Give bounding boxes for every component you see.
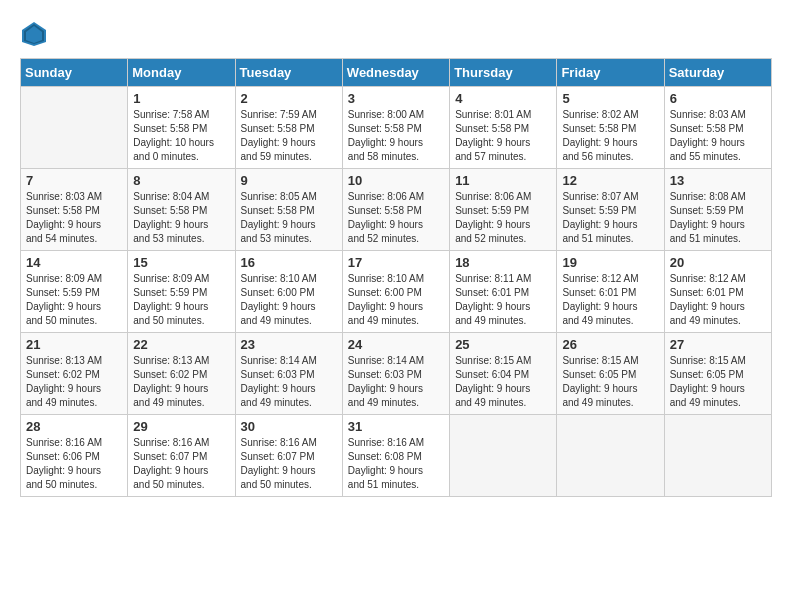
day-info: Sunrise: 8:03 AMSunset: 5:58 PMDaylight:… xyxy=(670,108,766,164)
day-number: 11 xyxy=(455,173,551,188)
day-info: Sunrise: 8:06 AMSunset: 5:59 PMDaylight:… xyxy=(455,190,551,246)
calendar-cell xyxy=(557,415,664,497)
day-number: 13 xyxy=(670,173,766,188)
weekday-header-row: SundayMondayTuesdayWednesdayThursdayFrid… xyxy=(21,59,772,87)
weekday-header-friday: Friday xyxy=(557,59,664,87)
calendar-cell: 20Sunrise: 8:12 AMSunset: 6:01 PMDayligh… xyxy=(664,251,771,333)
day-info: Sunrise: 8:11 AMSunset: 6:01 PMDaylight:… xyxy=(455,272,551,328)
calendar-cell: 10Sunrise: 8:06 AMSunset: 5:58 PMDayligh… xyxy=(342,169,449,251)
day-number: 26 xyxy=(562,337,658,352)
day-info: Sunrise: 8:16 AMSunset: 6:07 PMDaylight:… xyxy=(241,436,337,492)
calendar-cell: 25Sunrise: 8:15 AMSunset: 6:04 PMDayligh… xyxy=(450,333,557,415)
calendar-table: SundayMondayTuesdayWednesdayThursdayFrid… xyxy=(20,58,772,497)
calendar-cell: 28Sunrise: 8:16 AMSunset: 6:06 PMDayligh… xyxy=(21,415,128,497)
day-number: 25 xyxy=(455,337,551,352)
calendar-cell: 9Sunrise: 8:05 AMSunset: 5:58 PMDaylight… xyxy=(235,169,342,251)
day-info: Sunrise: 8:09 AMSunset: 5:59 PMDaylight:… xyxy=(133,272,229,328)
calendar-cell: 4Sunrise: 8:01 AMSunset: 5:58 PMDaylight… xyxy=(450,87,557,169)
calendar-cell: 26Sunrise: 8:15 AMSunset: 6:05 PMDayligh… xyxy=(557,333,664,415)
day-info: Sunrise: 8:04 AMSunset: 5:58 PMDaylight:… xyxy=(133,190,229,246)
calendar-cell: 12Sunrise: 8:07 AMSunset: 5:59 PMDayligh… xyxy=(557,169,664,251)
day-number: 1 xyxy=(133,91,229,106)
day-info: Sunrise: 7:59 AMSunset: 5:58 PMDaylight:… xyxy=(241,108,337,164)
day-info: Sunrise: 8:14 AMSunset: 6:03 PMDaylight:… xyxy=(241,354,337,410)
calendar-cell: 14Sunrise: 8:09 AMSunset: 5:59 PMDayligh… xyxy=(21,251,128,333)
calendar-cell: 23Sunrise: 8:14 AMSunset: 6:03 PMDayligh… xyxy=(235,333,342,415)
day-info: Sunrise: 8:09 AMSunset: 5:59 PMDaylight:… xyxy=(26,272,122,328)
weekday-header-sunday: Sunday xyxy=(21,59,128,87)
week-row-4: 28Sunrise: 8:16 AMSunset: 6:06 PMDayligh… xyxy=(21,415,772,497)
calendar-cell: 18Sunrise: 8:11 AMSunset: 6:01 PMDayligh… xyxy=(450,251,557,333)
day-info: Sunrise: 8:14 AMSunset: 6:03 PMDaylight:… xyxy=(348,354,444,410)
day-number: 3 xyxy=(348,91,444,106)
calendar-cell: 7Sunrise: 8:03 AMSunset: 5:58 PMDaylight… xyxy=(21,169,128,251)
weekday-header-monday: Monday xyxy=(128,59,235,87)
day-number: 12 xyxy=(562,173,658,188)
day-number: 21 xyxy=(26,337,122,352)
day-info: Sunrise: 8:16 AMSunset: 6:08 PMDaylight:… xyxy=(348,436,444,492)
calendar-cell: 13Sunrise: 8:08 AMSunset: 5:59 PMDayligh… xyxy=(664,169,771,251)
week-row-0: 1Sunrise: 7:58 AMSunset: 5:58 PMDaylight… xyxy=(21,87,772,169)
calendar-cell: 19Sunrise: 8:12 AMSunset: 6:01 PMDayligh… xyxy=(557,251,664,333)
day-info: Sunrise: 8:03 AMSunset: 5:58 PMDaylight:… xyxy=(26,190,122,246)
calendar-cell: 30Sunrise: 8:16 AMSunset: 6:07 PMDayligh… xyxy=(235,415,342,497)
weekday-header-tuesday: Tuesday xyxy=(235,59,342,87)
day-number: 10 xyxy=(348,173,444,188)
logo xyxy=(20,20,52,48)
day-number: 31 xyxy=(348,419,444,434)
day-info: Sunrise: 7:58 AMSunset: 5:58 PMDaylight:… xyxy=(133,108,229,164)
calendar-cell: 21Sunrise: 8:13 AMSunset: 6:02 PMDayligh… xyxy=(21,333,128,415)
day-number: 7 xyxy=(26,173,122,188)
day-info: Sunrise: 8:00 AMSunset: 5:58 PMDaylight:… xyxy=(348,108,444,164)
day-info: Sunrise: 8:15 AMSunset: 6:04 PMDaylight:… xyxy=(455,354,551,410)
day-number: 24 xyxy=(348,337,444,352)
calendar-cell: 24Sunrise: 8:14 AMSunset: 6:03 PMDayligh… xyxy=(342,333,449,415)
day-number: 14 xyxy=(26,255,122,270)
week-row-3: 21Sunrise: 8:13 AMSunset: 6:02 PMDayligh… xyxy=(21,333,772,415)
day-info: Sunrise: 8:13 AMSunset: 6:02 PMDaylight:… xyxy=(26,354,122,410)
day-info: Sunrise: 8:05 AMSunset: 5:58 PMDaylight:… xyxy=(241,190,337,246)
calendar-cell: 15Sunrise: 8:09 AMSunset: 5:59 PMDayligh… xyxy=(128,251,235,333)
day-number: 9 xyxy=(241,173,337,188)
calendar-cell: 1Sunrise: 7:58 AMSunset: 5:58 PMDaylight… xyxy=(128,87,235,169)
calendar-cell: 11Sunrise: 8:06 AMSunset: 5:59 PMDayligh… xyxy=(450,169,557,251)
day-number: 20 xyxy=(670,255,766,270)
day-info: Sunrise: 8:10 AMSunset: 6:00 PMDaylight:… xyxy=(348,272,444,328)
day-number: 29 xyxy=(133,419,229,434)
day-info: Sunrise: 8:06 AMSunset: 5:58 PMDaylight:… xyxy=(348,190,444,246)
calendar-cell: 6Sunrise: 8:03 AMSunset: 5:58 PMDaylight… xyxy=(664,87,771,169)
day-number: 2 xyxy=(241,91,337,106)
day-info: Sunrise: 8:16 AMSunset: 6:06 PMDaylight:… xyxy=(26,436,122,492)
day-number: 22 xyxy=(133,337,229,352)
day-number: 6 xyxy=(670,91,766,106)
calendar-cell: 2Sunrise: 7:59 AMSunset: 5:58 PMDaylight… xyxy=(235,87,342,169)
day-number: 16 xyxy=(241,255,337,270)
day-number: 17 xyxy=(348,255,444,270)
week-row-1: 7Sunrise: 8:03 AMSunset: 5:58 PMDaylight… xyxy=(21,169,772,251)
day-info: Sunrise: 8:08 AMSunset: 5:59 PMDaylight:… xyxy=(670,190,766,246)
day-number: 30 xyxy=(241,419,337,434)
day-number: 27 xyxy=(670,337,766,352)
calendar-cell xyxy=(21,87,128,169)
calendar-cell: 29Sunrise: 8:16 AMSunset: 6:07 PMDayligh… xyxy=(128,415,235,497)
logo-icon xyxy=(20,20,48,48)
calendar-cell: 16Sunrise: 8:10 AMSunset: 6:00 PMDayligh… xyxy=(235,251,342,333)
calendar-cell: 22Sunrise: 8:13 AMSunset: 6:02 PMDayligh… xyxy=(128,333,235,415)
week-row-2: 14Sunrise: 8:09 AMSunset: 5:59 PMDayligh… xyxy=(21,251,772,333)
day-info: Sunrise: 8:16 AMSunset: 6:07 PMDaylight:… xyxy=(133,436,229,492)
calendar-cell: 8Sunrise: 8:04 AMSunset: 5:58 PMDaylight… xyxy=(128,169,235,251)
weekday-header-thursday: Thursday xyxy=(450,59,557,87)
day-number: 18 xyxy=(455,255,551,270)
day-number: 15 xyxy=(133,255,229,270)
day-info: Sunrise: 8:15 AMSunset: 6:05 PMDaylight:… xyxy=(670,354,766,410)
day-info: Sunrise: 8:15 AMSunset: 6:05 PMDaylight:… xyxy=(562,354,658,410)
day-info: Sunrise: 8:02 AMSunset: 5:58 PMDaylight:… xyxy=(562,108,658,164)
day-info: Sunrise: 8:12 AMSunset: 6:01 PMDaylight:… xyxy=(670,272,766,328)
header xyxy=(20,20,772,48)
day-info: Sunrise: 8:01 AMSunset: 5:58 PMDaylight:… xyxy=(455,108,551,164)
calendar-cell: 5Sunrise: 8:02 AMSunset: 5:58 PMDaylight… xyxy=(557,87,664,169)
day-number: 8 xyxy=(133,173,229,188)
day-info: Sunrise: 8:07 AMSunset: 5:59 PMDaylight:… xyxy=(562,190,658,246)
weekday-header-saturday: Saturday xyxy=(664,59,771,87)
day-number: 5 xyxy=(562,91,658,106)
